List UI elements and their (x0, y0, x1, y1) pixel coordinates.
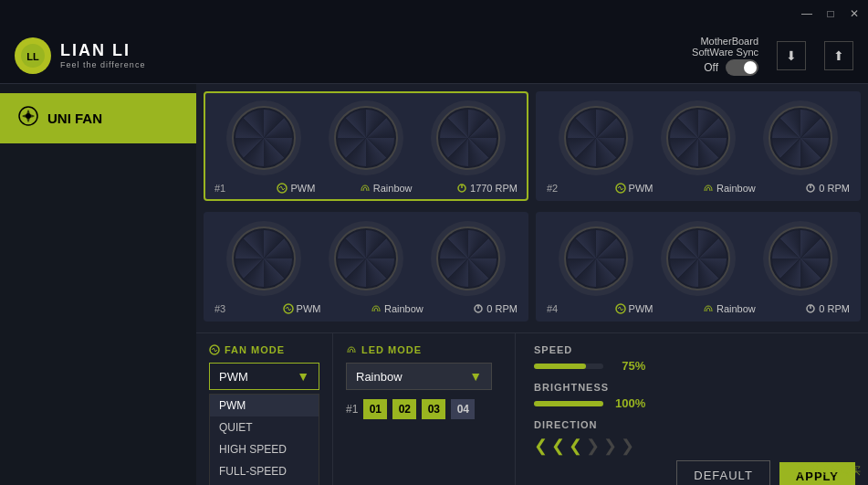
led-channel-03[interactable]: 03 (422, 399, 445, 419)
fan-rpm-2: 0 RPM (805, 183, 850, 194)
fan-rpm-4: 0 RPM (805, 303, 850, 314)
header-right: MotherBoardSoftWare Sync Off ⬇ ⬆ (692, 36, 853, 76)
watermark: 值↑什么值得买 (796, 464, 862, 478)
fan-pwm-2: PWM (615, 183, 654, 194)
brightness-bar-fill (534, 401, 603, 406)
brand-name: LIAN LI (60, 41, 145, 60)
speed-bar-fill (534, 364, 586, 369)
upload-button[interactable]: ⬆ (824, 41, 853, 70)
fan-group-3[interactable]: #3 PWM Rainbow 0 RPM (204, 212, 528, 322)
fan-row-4 (538, 214, 859, 300)
titlebar: — □ ✕ (0, 0, 868, 27)
fan-id-4: #4 (547, 303, 565, 314)
fan-icon (18, 106, 38, 131)
fan-unit-3c (431, 221, 506, 296)
direction-label: DIRECTION (534, 419, 645, 430)
speed-section: SPEED 75% BRIGHTNESS 100% (516, 333, 664, 485)
direction-row: DIRECTION ❮ ❮ ❮ ❯ ❯ ❯ (534, 419, 645, 456)
dir-arrow-right-3[interactable]: ❯ (621, 436, 634, 456)
fan-info-3: #3 PWM Rainbow 0 RPM (205, 300, 527, 320)
fan-unit-3b (329, 221, 403, 296)
brightness-label: BRIGHTNESS (534, 382, 645, 393)
fan-pwm-4: PWM (615, 303, 654, 314)
fan-info-1: #1 PWM Rainbow 1770 RPM (205, 179, 527, 199)
default-button[interactable]: DEFAULT (676, 460, 770, 485)
fan-unit-1a (226, 100, 301, 175)
fan-mode-option-full[interactable]: FULL-SPEED (210, 460, 319, 482)
led-mode-section: LED MODE Rainbow ▼ #1 01 02 03 04 (333, 333, 516, 485)
fan-mode-dropdown[interactable]: PWM ▼ (209, 363, 319, 390)
fan-mode-option-quiet[interactable]: QUIET (210, 416, 319, 438)
fan-row-1 (205, 93, 527, 179)
fan-rpm-3: 0 RPM (473, 303, 518, 314)
sidebar-item-unifan[interactable]: UNI FAN (0, 93, 196, 143)
fan-rainbow-1: Rainbow (360, 183, 413, 194)
fan-rainbow-2: Rainbow (703, 183, 756, 194)
dir-arrow-left-1[interactable]: ❮ (534, 436, 548, 456)
fan-row-3 (205, 214, 527, 300)
fan-rainbow-3: Rainbow (371, 303, 424, 314)
sync-state: Off (704, 61, 718, 74)
fan-unit-2c (763, 100, 838, 175)
sync-area: MotherBoardSoftWare Sync Off (692, 36, 758, 76)
maximize-button[interactable]: □ (824, 7, 837, 20)
led-dropdown-arrow-icon: ▼ (469, 369, 482, 384)
fan-id-2: #2 (547, 183, 565, 194)
fan-rainbow-4: Rainbow (703, 303, 756, 314)
led-mode-selected: Rainbow (356, 370, 403, 384)
brightness-row: BRIGHTNESS 100% (534, 382, 645, 410)
sidebar: UNI FAN (0, 84, 196, 485)
fan-unit-4a (559, 221, 633, 296)
dir-arrow-left-3[interactable]: ❮ (569, 436, 582, 456)
fan-group-2[interactable]: #2 PWM Rainbow 0 RPM (536, 91, 861, 201)
led-channel-label: #1 (346, 403, 358, 416)
fan-mode-option-high[interactable]: HIGH SPEED (210, 438, 319, 460)
header: LL LIAN LI Feel the difference MotherBoa… (0, 27, 868, 84)
fan-mode-section: FAN MODE PWM ▼ PWM QUIET HIGH SPEED FULL… (196, 333, 333, 485)
speed-row: SPEED 75% (534, 344, 645, 373)
speed-bar-row: 75% (534, 359, 645, 373)
bottom-panel: FAN MODE PWM ▼ PWM QUIET HIGH SPEED FULL… (196, 332, 868, 485)
sync-toggle[interactable] (726, 59, 758, 76)
fan-mode-selected: PWM (219, 370, 248, 384)
fan-grid-row2: #3 PWM Rainbow 0 RPM (196, 212, 868, 329)
sync-row: Off (704, 59, 758, 76)
toggle-thumb (744, 61, 757, 74)
led-channel-04[interactable]: 04 (451, 399, 475, 419)
fan-group-1[interactable]: #1 PWM Rainbow 1770 RPM (204, 91, 528, 201)
main-layout: UNI FAN #1 PWM (0, 84, 868, 485)
led-mode-dropdown[interactable]: Rainbow ▼ (346, 363, 492, 390)
minimize-button[interactable]: — (800, 7, 813, 20)
content-area: #1 PWM Rainbow 1770 RPM (196, 84, 868, 485)
led-channel-01[interactable]: 01 (363, 399, 387, 419)
led-channels: #1 01 02 03 04 (346, 399, 502, 419)
fan-pwm-1: PWM (277, 183, 315, 194)
close-button[interactable]: ✕ (848, 7, 861, 20)
fan-unit-2a (559, 100, 633, 175)
logo-area: LL LIAN LI Feel the difference (15, 37, 145, 74)
fan-info-4: #4 PWM Rainbow 0 RPM (538, 300, 859, 320)
dir-arrow-right-2[interactable]: ❯ (603, 436, 617, 456)
fan-unit-1b (329, 100, 403, 175)
sync-label: MotherBoardSoftWare Sync (692, 36, 758, 58)
logo-icon: LL (15, 37, 51, 74)
speed-bar-track[interactable] (534, 364, 603, 369)
fan-unit-3a (226, 221, 301, 296)
brightness-bar-track[interactable] (534, 401, 603, 406)
brightness-value: 100% (611, 396, 645, 410)
fan-rpm-1: 1770 RPM (456, 183, 518, 194)
dir-arrow-right-1[interactable]: ❯ (586, 436, 600, 456)
direction-arrows: ❮ ❮ ❮ ❯ ❯ ❯ (534, 436, 645, 456)
fan-unit-2b (661, 100, 736, 175)
fan-pwm-3: PWM (283, 303, 321, 314)
fan-group-4[interactable]: #4 PWM Rainbow 0 RPM (536, 212, 861, 322)
brightness-bar-row: 100% (534, 396, 645, 410)
fan-mode-title: FAN MODE (209, 344, 319, 355)
download-button[interactable]: ⬇ (777, 41, 806, 70)
fan-mode-option-pwm[interactable]: PWM (210, 395, 319, 416)
led-channel-02[interactable]: 02 (392, 399, 416, 419)
fan-id-1: #1 (214, 183, 233, 194)
fan-info-2: #2 PWM Rainbow 0 RPM (538, 179, 859, 199)
dir-arrow-left-2[interactable]: ❮ (551, 436, 565, 456)
fan-unit-4c (763, 221, 838, 296)
